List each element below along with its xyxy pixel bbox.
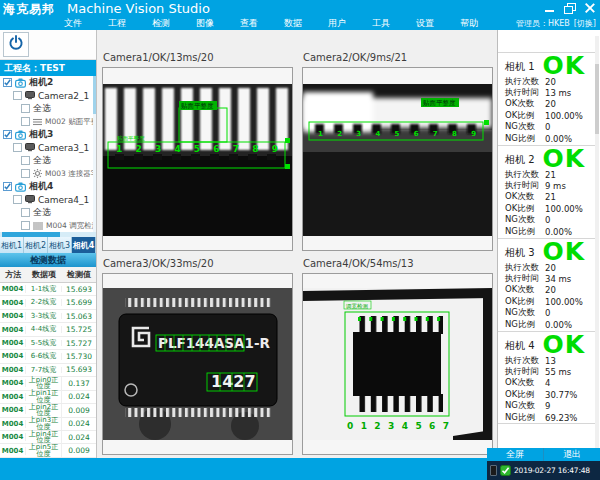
tree-item[interactable]: M004 调宽检测 [0,219,96,232]
table-cell: 0.024 [62,419,96,428]
camera4-header: Camera4/OK/54ms/13 [303,258,414,269]
stat-head: 相机 4OK [498,332,595,355]
tree-item[interactable]: M003 连接器字符 [0,167,96,180]
tree-item-label: 全选 [33,206,51,219]
menu-item-7[interactable]: 用户 [328,17,346,30]
tab-camera-1[interactable]: 相机1 [0,237,24,253]
tree-item[interactable]: Camera3_1 [0,141,96,154]
stat-row: NG次数0 [498,215,595,226]
table-cell: M004 [0,406,26,414]
tree-item[interactable]: M002 贴面平整度 [0,115,96,128]
stat-label: OK次数 [498,191,545,203]
menu-item-1[interactable]: 文件 [64,17,82,30]
tree-item[interactable]: 全选 [0,206,96,219]
checkbox-checked[interactable] [3,130,12,139]
checkbox-unchecked[interactable] [21,117,30,126]
camera1-image: 1 2 3 4 5 6 7 8 9 贴面平整度 贴面平整度 [103,84,292,236]
menu-item-3[interactable]: 检测 [152,17,170,30]
tree-item[interactable]: 相机3 [0,128,96,141]
project-tree: 相机2Camera2_1全选M002 贴面平整度相机3Camera3_1全选M0… [0,76,96,232]
close-icon[interactable] [582,2,597,14]
camera4-view[interactable]: 调宽检测 0 1 2 3 4 5 6 7 [302,273,493,455]
table-cell: 上pin0正位度 [26,377,62,390]
stat-label: NG比例 [498,133,545,145]
checkbox-unchecked[interactable] [13,195,22,204]
camera3-view[interactable]: PLF144ASA1-R 1427 [102,273,293,455]
menu-item-4[interactable]: 图像 [196,17,214,30]
camera2-view[interactable]: 1 2 3 4 5 6 7 8 9 贴面平整度 [302,67,493,251]
table-row[interactable]: M0042-2线宽15.699 [0,296,96,309]
checkbox-unchecked[interactable] [21,208,30,217]
menu-item-8[interactable]: 工具 [372,17,390,30]
checkbox-checked[interactable] [3,78,12,87]
tree-item[interactable]: 相机2 [0,76,96,89]
table-row[interactable]: M004上pin5正位度0.009 [0,444,96,457]
table-cell: 2-2线宽 [26,299,62,306]
switch-user-link[interactable]: [切换] [574,18,596,29]
stat-value: 100.00% [545,204,583,214]
tree-item[interactable]: Camera2_1 [0,89,96,102]
table-cell: 15.063 [62,312,96,321]
camera3-header: Camera3/OK/33ms/20 [103,258,214,269]
checkbox-checked[interactable] [3,182,12,191]
checkbox-unchecked[interactable] [21,221,30,230]
col-method: 方法 [0,269,26,280]
table-row[interactable]: M0044-4线宽15.725 [0,323,96,336]
detection-table-body: M0041-1线宽15.693M0042-2线宽15.699M0043-3线宽1… [0,283,96,458]
tree-item[interactable]: 全选 [0,154,96,167]
checkbox-unchecked[interactable] [13,91,22,100]
tree-item[interactable]: 相机4 [0,180,96,193]
menu-item-9[interactable]: 设置 [416,17,434,30]
camera1-view[interactable]: 1 2 3 4 5 6 7 8 9 贴面平整度 贴面平整度 [102,67,293,251]
admin-label: 管理员：HKEB [516,18,570,29]
stat-row: OK次数20 [498,285,595,296]
tool-label-2: 贴面平整度 [117,135,145,142]
admin-area: 管理员：HKEB [切换] [516,18,596,29]
exit-button[interactable]: 退出 [543,448,600,461]
tool-label: 贴面平整度 [423,99,456,107]
restore-icon[interactable] [562,2,577,14]
checkbox-unchecked[interactable] [21,104,30,113]
tree-item-label: M002 贴面平整度 [45,117,96,127]
table-row[interactable]: M004上pin3正位度0.024 [0,418,96,431]
status-badge: OK [542,51,585,80]
stat-value: 100.00% [545,297,583,307]
gear-icon [33,169,42,178]
stat-row: NG次数0 [498,308,595,319]
tree-vertical-scrollbar[interactable] [93,76,96,232]
table-cell: M004 [0,326,26,334]
stat-value: 9 ms [545,181,566,191]
menu-item-10[interactable]: 帮助 [460,17,478,30]
stat-label: OK比例 [498,389,545,401]
power-button[interactable] [3,32,29,57]
table-cell: 0.009 [62,406,96,415]
checkbox-unchecked[interactable] [21,169,30,178]
tab-camera-3[interactable]: 相机3 [48,237,72,253]
menu-item-6[interactable]: 数据 [284,17,302,30]
table-row[interactable]: M0045-5线宽15.727 [0,337,96,350]
stat-label: OK比例 [498,110,545,122]
table-row[interactable]: M0046-6线宽15.730 [0,350,96,363]
camera-icon [15,182,26,192]
tree-item[interactable]: Camera4_1 [0,193,96,206]
pin-numbers: 1 2 3 4 5 6 7 8 9 [318,130,476,138]
fullscreen-button[interactable]: 全屏 [487,448,543,461]
checkbox-unchecked[interactable] [21,156,30,165]
menu-item-2[interactable]: 工程 [108,17,126,30]
checkbox-unchecked[interactable] [13,143,22,152]
tree-item[interactable]: 全选 [0,102,96,115]
stats-scrollbar[interactable] [595,36,599,452]
camera-grid: Camera1/OK/13ms/20 Camera2/OK/9ms/21 [97,30,497,458]
table-row[interactable]: M0041-1线宽15.693 [0,283,96,296]
tab-camera-2[interactable]: 相机2 [24,237,48,253]
stat-value: 0 [545,308,550,318]
table-row[interactable]: M0043-3线宽15.063 [0,310,96,323]
tab-camera-4[interactable]: 相机4 [72,237,96,253]
status-strip: 2019-02-27 16:47:48 [487,461,600,480]
stat-value: 21 [545,192,556,202]
menu-item-5[interactable]: 查看 [240,17,258,30]
clock-timestamp: 2019-02-27 16:47:48 [514,466,590,475]
status-badge: OK [542,144,585,173]
minimize-icon[interactable] [542,2,557,14]
stat-row: OK比例100.00% [498,296,595,307]
